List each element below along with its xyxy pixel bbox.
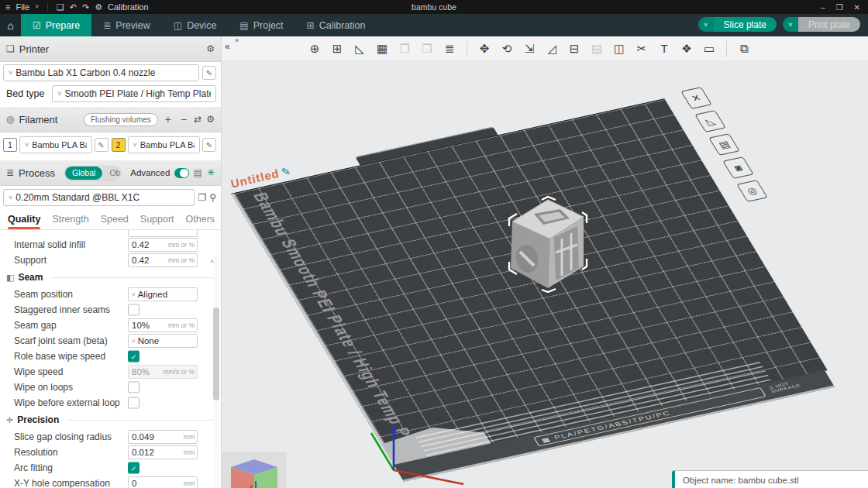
assembly-icon[interactable]: ⧉ [734,39,754,59]
file-menu[interactable]: File [16,2,29,12]
filament-dropdown[interactable]: ˅Bambu PLA Basic [128,136,201,153]
param-row: Seam position˅Aligned [0,287,221,302]
plate-stripe [423,375,769,452]
navigation-cube[interactable]: z [222,452,287,488]
add-filament-button[interactable]: + [163,113,174,125]
minimize-button[interactable]: – [821,3,825,12]
param-dropdown[interactable]: ˅None [128,334,198,348]
filament-settings-gear-icon[interactable]: ⚙ [206,114,215,125]
printer-settings-gear-icon[interactable]: ⚙ [206,43,215,54]
edit-printer-icon[interactable]: ✎ [202,66,216,80]
param-tab-others[interactable]: Others [186,209,215,229]
scale-icon[interactable]: ⇲ [519,39,539,59]
compare-presets-icon[interactable]: ▤ [194,167,202,178]
hamburger-menu-icon[interactable]: ≡ [5,3,10,12]
sync-filament-icon[interactable]: ⇄ [194,114,202,125]
process-scope-toggle[interactable]: Global Objects [64,166,121,180]
param-checkbox[interactable]: ✓ [128,462,140,474]
param-row: Seam gap10%mm or % [0,318,221,333]
customize-icon[interactable]: ✳ [207,167,215,178]
param-tab-support[interactable]: Support [140,209,174,229]
tab-prepare[interactable]: ☑Prepare [21,14,91,36]
plate-settings-icon[interactable]: ◎ [736,180,768,202]
param-input[interactable]: 10%mm or % [128,318,198,332]
lock-plate-icon[interactable]: ◙ [722,156,754,179]
arrange-plate-icon[interactable]: ▤ [708,133,740,156]
object-name-text: Object name: bambu cube.stl [683,476,799,485]
filament-slot-id[interactable]: 2 [112,138,126,152]
text-icon[interactable]: T [654,39,674,59]
rotate-icon[interactable]: ⟲ [497,39,517,59]
edit-filament-icon[interactable]: ✎ [95,138,108,152]
param-tab-quality[interactable]: Quality [8,209,40,229]
remove-filament-button[interactable]: − [178,113,189,125]
restore-button[interactable]: ❐ [836,3,843,12]
process-preset-dropdown[interactable]: ˅ 0.20mm Standard @BBL X1C [3,189,195,206]
layers-icon[interactable]: ≣ [439,39,460,59]
model-bambu-cube[interactable] [501,191,593,293]
cut-icon[interactable]: ✂ [632,39,652,59]
auto-orient-icon[interactable]: ◺ [350,39,370,59]
slice-plate-button[interactable]: ˅ Slice plate [698,17,777,32]
scope-global[interactable]: Global [65,167,102,180]
new-project-icon[interactable]: ❏ [57,3,64,12]
tab-preview[interactable]: ≣Preview [91,14,162,36]
filament-dropdown[interactable]: ˅Bambu PLA Basic [19,136,92,153]
axis-z-label: z [250,483,253,488]
param-checkbox[interactable] [128,304,140,316]
param-input[interactable]: 0mm [128,476,198,488]
filament-slot-id[interactable]: 1 [3,138,17,152]
param-dropdown[interactable]: ˅Aligned [128,287,198,301]
measure-icon[interactable]: ▭ [699,39,719,59]
flushing-volumes-button[interactable]: Flushing volumes [84,113,158,126]
param-input[interactable]: 0.012mm [128,445,198,459]
param-tab-speed[interactable]: Speed [101,209,129,229]
add-object-icon[interactable]: ⊕ [305,39,325,59]
scope-objects[interactable]: Objects [102,167,121,180]
home-icon: ⌂ [7,19,13,32]
tab-device[interactable]: ◫Device [162,14,229,36]
params-scrollbar-thumb[interactable] [213,308,219,400]
redo-icon[interactable]: ↷ [82,3,89,12]
printer-icon: ❏ [6,43,15,54]
rename-plate-pencil-icon[interactable]: ✎ [280,164,292,178]
close-button[interactable]: ✕ [854,3,860,12]
search-params-icon[interactable]: ⚲ [209,192,216,203]
param-checkbox[interactable] [128,397,140,409]
add-plate-icon[interactable]: ⊞ [327,39,347,59]
advanced-toggle[interactable] [174,168,188,178]
paint-icon[interactable]: ❖ [677,39,697,59]
scroll-up-icon[interactable]: ˄ [210,258,214,265]
arrange-icon[interactable]: ▦ [372,39,392,59]
print-options-chevron-icon[interactable]: ˅ [783,17,798,32]
printer-preset-dropdown[interactable]: ˅ Bambu Lab X1 Carbon 0.4 nozzle [3,64,199,81]
lay-on-face-icon[interactable]: ◿ [542,39,562,59]
home-button[interactable]: ⌂ [0,14,21,36]
param-input[interactable]: 0.42mm or % [128,253,198,267]
param-checkbox[interactable]: ✓ [128,351,140,363]
viewport-3d[interactable]: ⊕⊞◺▦❐❒≣✥⟲⇲◿⊟▤◫✂T❖▭⧉ « » Bambu Smooth PEI… [222,36,868,488]
undo-icon[interactable]: ↶ [70,3,77,12]
delete-plate-icon[interactable]: ✕ [680,87,712,109]
slice-options-chevron-icon[interactable]: ˅ [698,17,714,32]
param-input[interactable]: 0.42mm or % [128,238,198,252]
tab-calibration[interactable]: ⊞Calibration [295,14,377,36]
object-info-panel[interactable]: Object name: bambu cube.stl ˅ [672,470,868,488]
bed-type-dropdown[interactable]: ˅ Smooth PEI Plate / High Temp Plate [52,85,216,102]
tab-project[interactable]: ▤Project [228,14,294,36]
calibration-menu[interactable]: Calibration [108,2,149,12]
param-tab-strength[interactable]: Strength [52,209,88,229]
param-checkbox[interactable] [128,382,140,393]
param-input[interactable]: 0.049mm [128,430,198,444]
split-objects-icon[interactable]: ⊟ [564,39,584,59]
param-input[interactable]: 80%mm/s or % [128,365,198,379]
edit-filament-icon[interactable]: ✎ [202,138,216,152]
collapse-sidebar-button[interactable]: « » [225,38,239,52]
move-icon[interactable]: ✥ [474,39,494,59]
orient-plate-icon[interactable]: ◺ [694,110,726,132]
calibration-gear-icon[interactable]: ⚙ [95,3,102,12]
file-menu-chevron-icon[interactable]: ˅ [35,4,39,10]
split-parts-icon[interactable]: ◫ [609,39,629,59]
save-preset-icon[interactable]: ❐ [198,192,206,203]
print-plate-button[interactable]: ˅ Print plate [783,17,860,32]
